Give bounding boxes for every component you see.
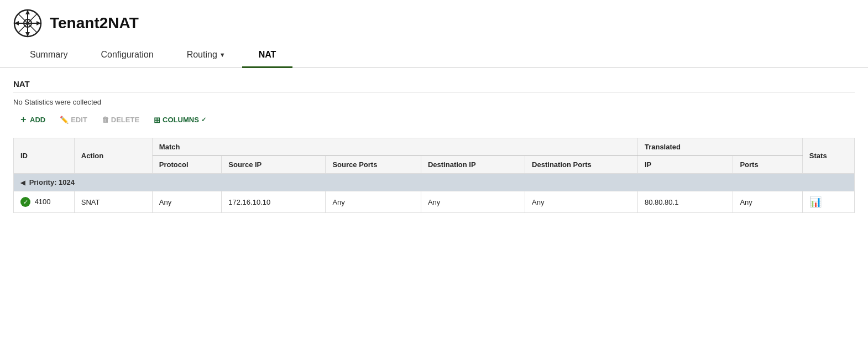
th-stats: Stats [802,138,854,174]
cell-trans-ports: Any [733,191,802,213]
th-source-ports: Source Ports [326,156,421,174]
group-row[interactable]: ◀ Priority: 1024 [14,174,855,191]
delete-button[interactable]: 🗑 DELETE [96,113,145,126]
tab-routing[interactable]: Routing ▼ [170,43,242,68]
cell-source-ip: 172.16.10.10 [222,191,326,213]
edit-button[interactable]: ✏️ EDIT [54,113,93,126]
table-row: ✓ 4100 SNAT Any 172.16.10.10 Any Any Any… [14,191,855,213]
columns-button[interactable]: ⊞ COLUMNS ✓ [148,113,212,127]
delete-icon: 🗑 [102,116,109,124]
tab-configuration[interactable]: Configuration [84,43,170,68]
app-logo-icon [13,9,42,38]
app-title: Tenant2NAT [50,14,139,32]
add-button[interactable]: ＋ ADD [13,112,51,128]
main-content: NAT No Statistics were collected ＋ ADD ✏… [0,68,868,224]
cell-source-ports: Any [326,191,421,213]
th-id: ID [14,138,75,174]
th-action: Action [74,138,152,174]
th-trans-ports: Ports [733,156,802,174]
cell-stats[interactable]: 📊 [802,191,854,213]
cell-action: SNAT [74,191,152,213]
toolbar: ＋ ADD ✏️ EDIT 🗑 DELETE ⊞ COLUMNS ✓ [13,112,855,128]
section-title: NAT [13,79,855,89]
section-divider [13,92,855,92]
cell-destination-ports: Any [525,191,638,213]
th-match: Match [152,138,637,156]
columns-icon: ⊞ [154,116,160,124]
th-destination-ip: Destination IP [421,156,525,174]
th-translated: Translated [637,138,802,156]
columns-dropdown-icon: ✓ [201,116,206,123]
cell-trans-ip: 80.80.80.1 [637,191,733,213]
cell-id: ✓ 4100 [14,191,75,213]
group-label: ◀ Priority: 1024 [14,174,855,191]
main-nav: Summary Configuration Routing ▼ NAT [0,43,868,68]
th-destination-ports: Destination Ports [525,156,638,174]
app-header: Tenant2NAT [0,0,868,38]
cell-protocol: Any [152,191,221,213]
tab-nat[interactable]: NAT [242,43,293,68]
th-trans-ip: IP [637,156,733,174]
add-icon: ＋ [19,114,28,126]
th-protocol: Protocol [152,156,221,174]
routing-dropdown-icon: ▼ [219,51,226,58]
cell-destination-ip: Any [421,191,525,213]
collapse-icon: ◀ [20,179,25,186]
edit-icon: ✏️ [60,116,69,124]
nat-table: ID Action Match Translated Stats Protoco… [13,138,855,213]
tab-summary[interactable]: Summary [13,43,84,68]
th-source-ip: Source IP [222,156,326,174]
status-active-icon: ✓ [20,197,30,207]
bar-chart-icon[interactable]: 📊 [809,196,822,207]
no-stats-message: No Statistics were collected [13,98,855,106]
